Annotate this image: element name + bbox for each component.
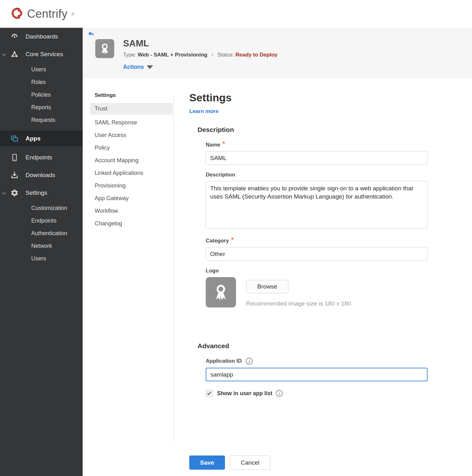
subnav-item-provisioning[interactable]: Provisioning: [90, 179, 173, 192]
subnav-item-trust[interactable]: Trust: [90, 103, 173, 115]
advanced-section-heading: Advanced: [198, 342, 432, 350]
description-field[interactable]: This template enables you to provide sin…: [206, 181, 428, 229]
application-id-field[interactable]: [206, 368, 428, 381]
sidebar-item-apps[interactable]: Apps: [0, 131, 83, 146]
name-field[interactable]: [206, 151, 428, 165]
app-id-label-row: Application ID: [206, 357, 428, 365]
apps-icon: [10, 134, 19, 143]
sidebar-item-settings-endpoints[interactable]: Endpoints: [0, 214, 83, 227]
sidebar-item-label: Apps: [26, 135, 41, 142]
info-icon[interactable]: [275, 390, 283, 397]
type-label: Type:: [123, 52, 136, 58]
sidebar-item-label: Dashboards: [26, 33, 58, 40]
browse-button[interactable]: Browse: [246, 280, 288, 293]
ribbon-icon: [211, 283, 231, 302]
subnav-item-changelog[interactable]: Changelog: [90, 217, 173, 230]
subnav-item-policy[interactable]: Policy: [90, 141, 173, 154]
brand-logo: Centrify ®: [9, 6, 74, 22]
sidebar-item-reports[interactable]: Reports: [0, 101, 83, 114]
chevron-down-icon[interactable]: [1, 52, 6, 57]
sidebar-item-policies[interactable]: Policies: [0, 88, 83, 101]
sidebar-item-network[interactable]: Network: [0, 240, 83, 252]
subnav-item-account-mapping[interactable]: Account Mapping: [90, 154, 173, 167]
subnav-item-saml-response[interactable]: SAML Response: [90, 116, 173, 129]
logo-row: Browse Recommended image size is 180 x 1…: [206, 277, 428, 307]
sidebar-item-settings[interactable]: Settings: [0, 184, 83, 202]
category-label: Category: [206, 238, 229, 244]
subnav-item-user-access[interactable]: User Access: [90, 129, 173, 141]
advanced-fields: Application ID Show in user app list: [206, 357, 428, 397]
cancel-button[interactable]: Cancel: [230, 455, 270, 470]
sidebar-item-label: Endpoints: [26, 154, 52, 161]
category-field[interactable]: [206, 247, 428, 261]
app-header: SAML Type: Web - SAML + Provisioning • S…: [83, 28, 472, 78]
name-label: Name: [206, 142, 220, 148]
centrify-logo-icon: [9, 6, 24, 22]
description-label-row: Description: [206, 172, 428, 178]
checkmark-icon: [207, 391, 212, 396]
required-asterisk: *: [231, 236, 234, 243]
save-button[interactable]: Save: [189, 455, 225, 470]
settings-panel: Settings Learn more Description Name * D…: [189, 92, 432, 470]
sidebar-item-dashboards[interactable]: Dashboards: [0, 28, 83, 45]
required-asterisk: *: [222, 140, 225, 147]
sidebar-item-core-services[interactable]: Core Services: [0, 45, 83, 63]
device-icon: [10, 153, 19, 162]
subnav-heading: Settings: [90, 92, 173, 98]
chevron-down-icon[interactable]: [1, 190, 6, 195]
show-in-app-list-label: Show in user app list: [217, 390, 272, 397]
page-title: SAML: [123, 38, 149, 49]
form-actions: Save Cancel: [189, 455, 432, 470]
sidebar-item-customization[interactable]: Customization: [0, 202, 83, 214]
registered-mark: ®: [71, 12, 74, 16]
subnav-item-linked-applications[interactable]: Linked Applications: [90, 167, 173, 179]
category-label-row: Category *: [206, 237, 428, 244]
sidebar-item-downloads[interactable]: Downloads: [0, 166, 83, 184]
sidebar-item-users[interactable]: Users: [0, 63, 83, 76]
brand-name: Centrify: [27, 7, 68, 21]
app-logo-preview: [206, 277, 236, 307]
show-in-app-list-checkbox[interactable]: [206, 390, 213, 397]
content-area: Settings Trust SAML Response User Access…: [83, 78, 472, 476]
sidebar-item-requests[interactable]: Requests: [0, 114, 83, 126]
actions-label: Actions: [123, 64, 144, 70]
application-id-label: Application ID: [206, 358, 242, 364]
app-logo-badge: [95, 39, 114, 58]
vertical-divider: [174, 95, 174, 443]
sidebar-item-authentication[interactable]: Authentication: [0, 227, 83, 240]
logo-label-row: Logo: [206, 268, 428, 274]
sidebar-item-label: Downloads: [26, 172, 55, 179]
top-bar: Centrify ®: [0, 0, 472, 28]
actions-menu-button[interactable]: Actions: [123, 64, 153, 70]
settings-subnav: Settings Trust SAML Response User Access…: [90, 92, 173, 230]
name-label-row: Name *: [206, 141, 428, 148]
gear-icon: [10, 189, 19, 197]
status-value: Ready to Deploy: [235, 52, 277, 58]
description-label: Description: [206, 172, 235, 178]
core-services-icon: [10, 50, 19, 58]
sidebar-item-settings-users[interactable]: Users: [0, 252, 83, 265]
panel-title: Settings: [189, 92, 432, 104]
subnav-item-workflow[interactable]: Workflow: [90, 205, 173, 217]
description-fields: Name * Description This template enables…: [206, 141, 428, 307]
sidebar-item-label: Settings: [26, 189, 47, 196]
type-value: Web - SAML + Provisioning: [138, 52, 207, 58]
app-meta: Type: Web - SAML + Provisioning • Status…: [123, 52, 277, 58]
logo-controls: Browse Recommended image size is 180 x 1…: [246, 277, 351, 307]
sidebar-item-endpoints[interactable]: Endpoints: [0, 149, 83, 166]
learn-more-link[interactable]: Learn more: [189, 108, 219, 115]
back-arrow-icon[interactable]: [87, 30, 95, 38]
info-icon[interactable]: [245, 357, 253, 365]
sidebar-item-roles[interactable]: Roles: [0, 76, 83, 88]
sidebar-item-label: Core Services: [26, 51, 63, 58]
subnav-item-app-gateway[interactable]: App Gateway: [90, 192, 173, 205]
meta-separator: •: [211, 52, 213, 58]
status-label: Status:: [217, 52, 234, 58]
show-in-app-list-row: Show in user app list: [206, 390, 428, 397]
dropdown-triangle-icon: [147, 65, 153, 69]
logo-size-hint: Recommended image size is 180 x 180: [246, 300, 351, 307]
ribbon-icon: [98, 42, 111, 55]
sidebar: Dashboards Core Services Users Roles Pol…: [0, 28, 83, 476]
description-section-heading: Description: [198, 126, 432, 134]
gauge-icon: [10, 33, 19, 41]
